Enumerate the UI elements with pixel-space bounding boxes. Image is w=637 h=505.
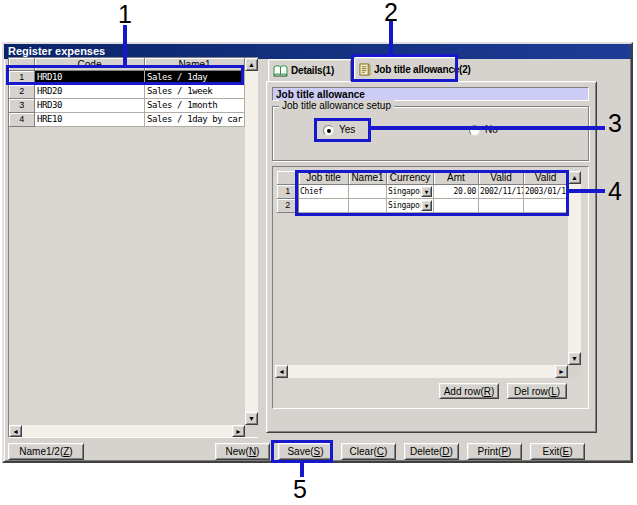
- row-number-cell: 1: [9, 71, 35, 85]
- amt-cell[interactable]: 20.00: [434, 185, 479, 199]
- name-cell: Sales / 1day: [145, 71, 245, 85]
- book-icon: [273, 65, 288, 77]
- column-header-amt[interactable]: Amt: [434, 171, 479, 185]
- column-header-name1[interactable]: Name1: [145, 58, 245, 71]
- scroll-up-icon: ▲: [248, 61, 255, 68]
- callout-1-label: 1: [116, 2, 134, 27]
- name12-label: Name1/2(Z): [19, 446, 72, 457]
- valid-to-cell[interactable]: 2003/01/16: [524, 185, 568, 199]
- corner-header: [277, 171, 299, 185]
- del-row-label: Del row(L): [514, 386, 560, 397]
- name12-button[interactable]: Name1/2(Z): [8, 443, 84, 460]
- row-number-cell: 1: [277, 185, 299, 199]
- scroll-down-icon: ▼: [248, 415, 255, 422]
- tab-details[interactable]: Details(1): [268, 59, 352, 82]
- name-cell: Sales / 1day by car: [145, 113, 245, 127]
- screen: Register expenses Code Name1 1HRD10Sales…: [0, 0, 637, 505]
- code-cell: HRD10: [35, 71, 145, 85]
- column-header-valid-to[interactable]: Valid: [524, 171, 568, 185]
- row-number-cell: 3: [9, 99, 35, 113]
- add-row-button[interactable]: Add row(R): [439, 383, 499, 399]
- radio-no[interactable]: [469, 125, 480, 136]
- valid-from-cell[interactable]: [479, 199, 524, 213]
- callout-2-label: 2: [382, 0, 400, 25]
- amt-cell[interactable]: [434, 199, 479, 213]
- valid-from-cell[interactable]: 2002/11/17: [479, 185, 524, 199]
- job-title-cell[interactable]: Chief: [299, 185, 349, 199]
- exit-label: Exit(E): [542, 446, 572, 457]
- horizontal-scrollbar[interactable]: [9, 425, 245, 437]
- name-cell: Sales / 1week: [145, 85, 245, 99]
- table-row[interactable]: 1ChiefSingapore▼20.002002/11/172003/01/1…: [277, 185, 568, 199]
- allowance-table-body: 1ChiefSingapore▼20.002002/11/172003/01/1…: [277, 185, 568, 213]
- scroll-right-icon: ►: [235, 428, 242, 435]
- scroll-up-icon: ▲: [571, 174, 578, 181]
- clear-button[interactable]: Clear(C): [341, 443, 396, 460]
- save-button[interactable]: Save(S): [278, 443, 333, 460]
- table-row[interactable]: 4HRE10Sales / 1day by car: [9, 113, 245, 127]
- corner-header: [9, 58, 35, 71]
- scroll-down-button[interactable]: ▼: [568, 352, 581, 365]
- scroll-left-icon: ◄: [12, 428, 19, 435]
- column-header-name1[interactable]: Name1: [349, 171, 387, 185]
- allowance-table-header: Job title Name1 Currency Amt Valid Valid: [277, 171, 568, 185]
- scroll-up-button[interactable]: ▲: [245, 58, 258, 71]
- scroll-right-icon: ►: [558, 368, 565, 375]
- row-number-cell: 2: [277, 199, 299, 213]
- del-row-button[interactable]: Del row(L): [507, 383, 567, 399]
- column-header-job-title[interactable]: Job title: [299, 171, 349, 185]
- radio-yes-label[interactable]: Yes: [339, 124, 355, 135]
- scroll-left-button[interactable]: ◄: [9, 425, 22, 437]
- radio-yes[interactable]: [323, 125, 334, 136]
- name1-cell[interactable]: [349, 185, 387, 199]
- table-row[interactable]: 3HRD30Sales / 1month: [9, 99, 245, 113]
- scroll-right-button[interactable]: ►: [232, 425, 245, 437]
- column-header-currency[interactable]: Currency: [387, 171, 434, 185]
- tab-job-title-allowance[interactable]: Job title allowance(2): [354, 57, 458, 82]
- vertical-scrollbar[interactable]: [568, 171, 581, 365]
- table-row[interactable]: 1HRD10Sales / 1day: [9, 71, 245, 85]
- column-header-valid-from[interactable]: Valid: [479, 171, 524, 185]
- name1-cell[interactable]: [349, 199, 387, 213]
- tab-job-title-allowance-label: Job title allowance(2): [374, 64, 471, 75]
- scroll-left-icon: ◄: [278, 368, 285, 375]
- add-row-label: Add row(R): [444, 386, 495, 397]
- column-header-code[interactable]: Code: [35, 58, 145, 71]
- scroll-right-button[interactable]: ►: [555, 365, 568, 378]
- code-cell: HRE10: [35, 113, 145, 127]
- code-cell: HRD20: [35, 85, 145, 99]
- valid-to-cell[interactable]: [524, 199, 568, 213]
- table-row[interactable]: 2HRD20Sales / 1week: [9, 85, 245, 99]
- expenses-table-body: 1HRD10Sales / 1day2HRD20Sales / 1week3HR…: [9, 71, 245, 127]
- row-number-cell: 2: [9, 85, 35, 99]
- new-button[interactable]: New(N): [215, 443, 270, 460]
- print-label: Print(P): [478, 446, 512, 457]
- save-label: Save(S): [287, 446, 323, 457]
- currency-cell[interactable]: Singapore▼: [387, 185, 434, 199]
- vertical-scrollbar[interactable]: [245, 58, 258, 425]
- currency-dropdown-button[interactable]: ▼: [421, 186, 432, 197]
- currency-cell[interactable]: Singapore▼: [387, 199, 434, 213]
- job-title-cell[interactable]: [299, 199, 349, 213]
- exit-button[interactable]: Exit(E): [530, 443, 585, 460]
- scroll-up-button[interactable]: ▲: [568, 171, 581, 184]
- allowance-setup-groupbox: Job title allowance setup Yes No: [272, 106, 589, 161]
- window-title: Register expenses: [8, 45, 105, 57]
- row-number-cell: 4: [9, 113, 35, 127]
- delete-button[interactable]: Delete(D): [404, 443, 459, 460]
- scroll-left-button[interactable]: ◄: [275, 365, 288, 378]
- scrollbar-corner: [245, 425, 258, 437]
- print-button[interactable]: Print(P): [467, 443, 522, 460]
- new-label: New(N): [226, 446, 260, 457]
- register-expenses-window: Register expenses Code Name1 1HRD10Sales…: [2, 42, 633, 463]
- tab-details-label: Details(1): [291, 65, 334, 76]
- panel-header: Job title allowance: [272, 87, 589, 101]
- radio-no-label[interactable]: No: [485, 124, 498, 135]
- scroll-down-button[interactable]: ▼: [245, 412, 258, 425]
- horizontal-scrollbar[interactable]: [275, 365, 568, 378]
- scroll-down-icon: ▼: [571, 355, 578, 362]
- groupbox-label: Job title allowance setup: [279, 100, 394, 111]
- currency-dropdown-button[interactable]: ▼: [421, 200, 432, 211]
- delete-label: Delete(D): [410, 446, 453, 457]
- table-row[interactable]: 2Singapore▼: [277, 199, 568, 213]
